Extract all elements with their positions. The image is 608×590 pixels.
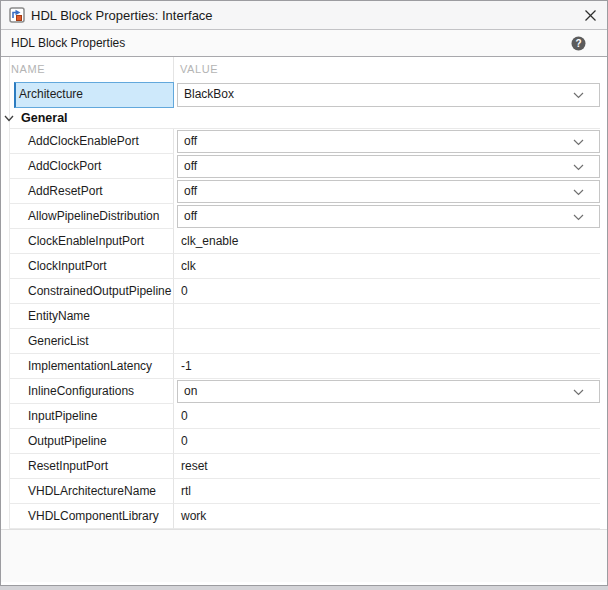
chevron-down-icon xyxy=(573,389,584,396)
title-bar[interactable]: HDL Block Properties: Interface xyxy=(1,1,607,30)
property-row-VHDLArchitectureName[interactable]: VHDLArchitectureNamertl xyxy=(9,479,600,504)
value-text-field[interactable] xyxy=(174,329,600,354)
toolbar: HDL Block Properties ? xyxy=(1,30,607,57)
property-row-InputPipeline[interactable]: InputPipeline0 xyxy=(9,404,600,429)
section-header-general[interactable]: General xyxy=(9,108,600,129)
value-text-field[interactable]: clk xyxy=(174,254,600,279)
property-row-ResetInputPort[interactable]: ResetInputPortreset xyxy=(9,454,600,479)
value-text-field[interactable]: clk_enable xyxy=(174,229,600,254)
help-icon: ? xyxy=(571,36,586,51)
value-text-field[interactable]: -1 xyxy=(174,354,600,379)
property-row-InlineConfigurations[interactable]: InlineConfigurationson xyxy=(9,379,600,404)
property-value-cell: off xyxy=(174,204,600,229)
property-row-AllowPipelineDistribution[interactable]: AllowPipelineDistributionoff xyxy=(9,204,600,229)
close-icon xyxy=(584,9,597,22)
value-text-field[interactable]: 0 xyxy=(174,429,600,454)
chevron-down-icon xyxy=(573,189,584,196)
property-name: VHDLArchitectureName xyxy=(9,479,174,504)
chevron-down-icon xyxy=(573,214,584,221)
property-row-ImplementationLatency[interactable]: ImplementationLatency-1 xyxy=(9,354,600,379)
property-name: InputPipeline xyxy=(9,404,174,429)
property-value-cell: off xyxy=(174,129,600,154)
property-name: OutputPipeline xyxy=(9,429,174,454)
property-row-AddClockPort[interactable]: AddClockPortoff xyxy=(9,154,600,179)
property-name-cell: Architecture xyxy=(9,82,174,108)
chevron-down-icon xyxy=(573,164,584,171)
property-row-VHDLComponentLibrary[interactable]: VHDLComponentLibrarywork xyxy=(9,504,600,529)
value-text-field[interactable]: rtl xyxy=(174,479,600,504)
property-row-GenericList[interactable]: GenericList xyxy=(9,329,600,354)
property-value-cell: off xyxy=(174,179,600,204)
column-header-value: VALUE xyxy=(174,57,600,82)
close-button[interactable] xyxy=(573,1,607,30)
property-row-ClockEnableInputPort[interactable]: ClockEnableInputPortclk_enable xyxy=(9,229,600,254)
property-row-ClockInputPort[interactable]: ClockInputPortclk xyxy=(9,254,600,279)
help-button[interactable]: ? xyxy=(571,36,586,51)
property-name: InlineConfigurations xyxy=(9,379,174,404)
value-text-field[interactable]: reset xyxy=(174,454,600,479)
property-name: ConstrainedOutputPipeline xyxy=(9,279,174,304)
value-dropdown[interactable]: on xyxy=(177,380,600,403)
property-name: ClockInputPort xyxy=(9,254,174,279)
value-text-field[interactable]: work xyxy=(174,504,600,529)
value-dropdown[interactable]: off xyxy=(177,180,600,203)
dropdown-value: off xyxy=(184,134,197,148)
property-row-OutputPipeline[interactable]: OutputPipeline0 xyxy=(9,429,600,454)
dropdown-value: off xyxy=(184,159,197,173)
selected-property-name[interactable]: Architecture xyxy=(14,82,174,108)
section-label: General xyxy=(21,111,68,125)
column-header-name: NAME xyxy=(9,57,174,82)
dropdown-value: BlackBox xyxy=(184,87,234,101)
property-name: ImplementationLatency xyxy=(9,354,174,379)
property-name: ClockEnableInputPort xyxy=(9,229,174,254)
window-title: HDL Block Properties: Interface xyxy=(31,8,213,23)
chevron-down-icon[interactable] xyxy=(4,115,14,122)
property-value-cell: off xyxy=(174,154,600,179)
properties-table: NAME VALUE Architecture BlackBox xyxy=(1,57,607,582)
property-name: EntityName xyxy=(9,304,174,329)
value-dropdown[interactable]: off xyxy=(177,130,600,153)
property-row-ConstrainedOutputPipeline[interactable]: ConstrainedOutputPipeline0 xyxy=(9,279,600,304)
hdl-block-properties-dialog: HDL Block Properties: Interface HDL Bloc… xyxy=(0,0,608,586)
property-name: AllowPipelineDistribution xyxy=(9,204,174,229)
property-rows-container: AddClockEnablePortoffAddClockPortoffAddR… xyxy=(1,129,607,529)
property-name: GenericList xyxy=(9,329,174,354)
dropdown-value: off xyxy=(184,209,197,223)
value-text-field[interactable]: 0 xyxy=(174,279,600,304)
dropdown-value: off xyxy=(184,184,197,198)
value-dropdown[interactable]: off xyxy=(177,155,600,178)
value-text-field[interactable] xyxy=(174,304,600,329)
chevron-down-icon xyxy=(573,139,584,146)
property-row-EntityName[interactable]: EntityName xyxy=(9,304,600,329)
chevron-down-icon xyxy=(573,92,584,99)
property-name: AddResetPort xyxy=(9,179,174,204)
svg-text:?: ? xyxy=(575,38,581,49)
property-row-AddResetPort[interactable]: AddResetPortoff xyxy=(9,179,600,204)
property-name: AddClockPort xyxy=(9,154,174,179)
property-name: VHDLComponentLibrary xyxy=(9,504,174,529)
value-dropdown[interactable]: off xyxy=(177,205,600,228)
table-header-row: NAME VALUE xyxy=(9,57,600,82)
property-row-AddClockEnablePort[interactable]: AddClockEnablePortoff xyxy=(9,129,600,154)
property-row-architecture[interactable]: Architecture BlackBox xyxy=(9,82,600,108)
value-text-field[interactable]: 0 xyxy=(174,404,600,429)
property-value-cell: on xyxy=(174,379,600,404)
property-name: AddClockEnablePort xyxy=(9,129,174,154)
empty-area xyxy=(1,529,607,582)
hdl-block-icon xyxy=(9,7,25,23)
dropdown-value: on xyxy=(184,384,197,398)
property-value-cell: BlackBox xyxy=(174,82,600,108)
architecture-dropdown[interactable]: BlackBox xyxy=(177,83,600,107)
property-name: ResetInputPort xyxy=(9,454,174,479)
toolbar-title: HDL Block Properties xyxy=(11,36,125,50)
